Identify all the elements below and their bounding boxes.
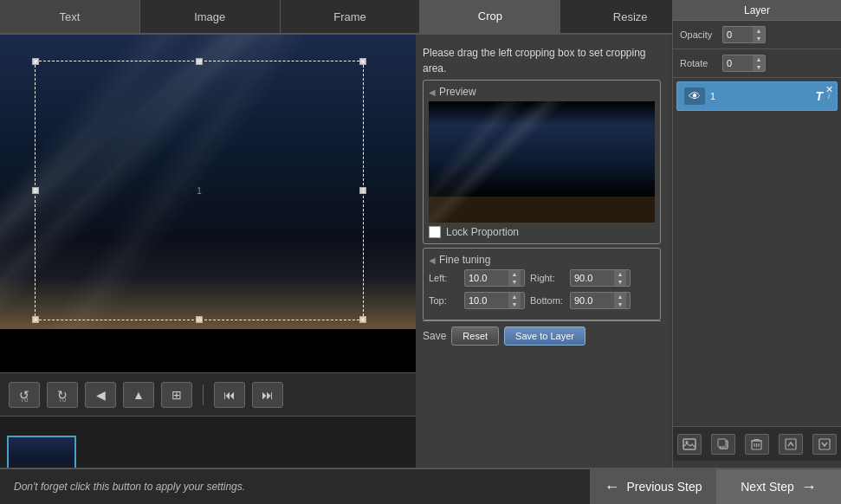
left-spin-up[interactable]: ▲ [508,270,521,278]
bottom-hint: Don't forget click this button to apply … [0,469,590,504]
crop-box[interactable]: 1 [35,61,364,320]
preview-header: ◀ Preview [429,86,655,98]
opacity-input[interactable] [723,28,753,42]
bottom-input-wrap: ▲ ▼ [570,292,631,309]
rotate-spin-up[interactable]: ▲ [753,55,765,63]
rotate-ccw-button[interactable]: ↺ 70 [9,382,40,408]
top-spin-up[interactable]: ▲ [508,293,521,300]
right-input[interactable] [571,271,614,285]
bottom-spinner: ▲ ▼ [614,293,626,308]
rotate-input-wrap: ▲ ▼ [722,55,766,72]
left-input[interactable] [465,271,508,285]
layer-type-text-icon: T [815,89,823,103]
layer-visibility-toggle[interactable]: 👁 [684,87,705,105]
top-input-wrap: ▲ ▼ [464,292,525,309]
toolbar-separator [203,384,204,405]
flip-h-button[interactable]: ◀ [85,382,116,408]
bottom-bar: Don't forget click this button to apply … [0,468,841,504]
instruction-text: Please drag the left cropping box to set… [423,42,661,80]
svg-rect-9 [786,439,796,449]
left-input-wrap: ▲ ▼ [464,269,525,287]
layer-move-up-button[interactable] [779,434,803,455]
tab-text[interactable]: Text [0,0,140,33]
canvas-area[interactable]: 1 [0,35,416,372]
layer-move-down-button[interactable] [812,434,837,455]
previous-step-button[interactable]: ← Previous Step [590,469,715,504]
crop-center-mark: 1 [197,186,202,196]
bottom-spin-up[interactable]: ▲ [614,293,626,300]
tab-image[interactable]: Image [140,0,281,33]
layer-panel: Layer Opacity ▲ ▼ Rotate ▲ [672,0,841,504]
opacity-spinner: ▲ ▼ [753,27,765,42]
layer-item[interactable]: 👁 1 T i ✕ [676,81,838,111]
layer-item-name: 1 [710,91,810,101]
top-spin-down[interactable]: ▼ [508,300,521,308]
layer-delete-button[interactable] [745,434,769,455]
layer-panel-title: Layer [673,0,841,21]
tab-crop[interactable]: Crop [420,0,560,33]
right-spin-up[interactable]: ▲ [614,270,626,278]
next-frame-button[interactable]: ⏭ [252,382,283,408]
crop-handle-tm[interactable] [196,58,203,65]
crop-handle-mr[interactable] [359,187,366,194]
next-step-button[interactable]: Next Step → [715,469,841,504]
rotate-input[interactable] [723,56,753,70]
rotate-control: Rotate ▲ ▼ [673,49,841,78]
lock-proportion-checkbox[interactable] [429,226,441,238]
preview-image [429,101,655,223]
right-spinner: ▲ ▼ [614,270,626,286]
svg-rect-10 [819,439,830,449]
lock-proportion-row: Lock Proportion [429,226,655,238]
tune-row-top-bottom: Top: ▲ ▼ Bottom: ▲ ▼ [429,292,655,309]
bottom-nav: ← Previous Step Next Step → [590,469,841,504]
layer-copy-button[interactable] [711,434,735,455]
crop-handle-tl[interactable] [32,58,39,65]
left-spinner: ▲ ▼ [508,270,521,286]
opacity-spin-down[interactable]: ▼ [753,35,765,42]
save-to-layer-button[interactable]: Save to Layer [504,326,585,346]
save-section: Save Reset Save to Layer [423,320,661,346]
opacity-control: Opacity ▲ ▼ [673,21,841,49]
tab-frame[interactable]: Frame [281,0,421,33]
preview-section: ◀ Preview Lock Proportion [423,80,661,244]
layer-add-image-button[interactable] [677,434,702,455]
top-spinner: ▲ ▼ [508,293,521,308]
svg-rect-3 [718,439,726,447]
right-spin-down[interactable]: ▼ [614,278,626,286]
bottom-input[interactable] [571,294,614,307]
left-spin-down[interactable]: ▼ [508,278,521,286]
prev-frame-button[interactable]: ⏮ [214,382,245,408]
middle-panel: Please drag the left cropping box to set… [416,35,668,502]
content-area: 1 ↺ 70 ↻ 70 ◀ ▲ [0,35,841,502]
top-input[interactable] [465,294,508,307]
canvas-toolbar: ↺ 70 ↻ 70 ◀ ▲ ⊞ ⏮ [0,372,416,416]
rotate-spin-down[interactable]: ▼ [753,63,765,71]
layer-bottom-bar [673,426,841,461]
fine-tuning-header: ◀ Fine tuning [429,254,655,266]
right-input-wrap: ▲ ▼ [570,269,631,287]
crop-tool-button[interactable]: ⊞ [161,382,192,408]
opacity-spin-up[interactable]: ▲ [753,27,765,35]
reset-button[interactable]: Reset [451,326,499,346]
opacity-input-wrap: ▲ ▼ [722,26,766,43]
rotate-spinner: ▲ ▼ [753,55,765,71]
crop-handle-br[interactable] [359,316,366,323]
next-arrow-icon: → [801,478,817,496]
flip-v-button[interactable]: ▲ [123,382,154,408]
crop-handle-bl[interactable] [32,316,39,323]
page-wrapper: Text Image Frame Crop Resize Rename [0,0,841,504]
prev-arrow-icon: ← [604,478,619,496]
canvas-image: 1 [0,35,416,329]
bottom-spin-down[interactable]: ▼ [614,300,626,308]
layer-close-button[interactable]: ✕ [825,84,833,95]
fine-tuning-section: ◀ Fine tuning Left: ▲ ▼ Right: [423,248,661,320]
tune-row-left-right: Left: ▲ ▼ Right: ▲ ▼ [429,269,655,287]
crop-handle-tr[interactable] [359,58,366,65]
left-panel: 1 ↺ 70 ↻ 70 ◀ ▲ [0,35,416,502]
crop-handle-ml[interactable] [32,187,39,194]
rotate-cw-button[interactable]: ↻ 70 [47,382,78,408]
svg-rect-0 [683,439,695,449]
crop-handle-bm[interactable] [196,316,203,323]
